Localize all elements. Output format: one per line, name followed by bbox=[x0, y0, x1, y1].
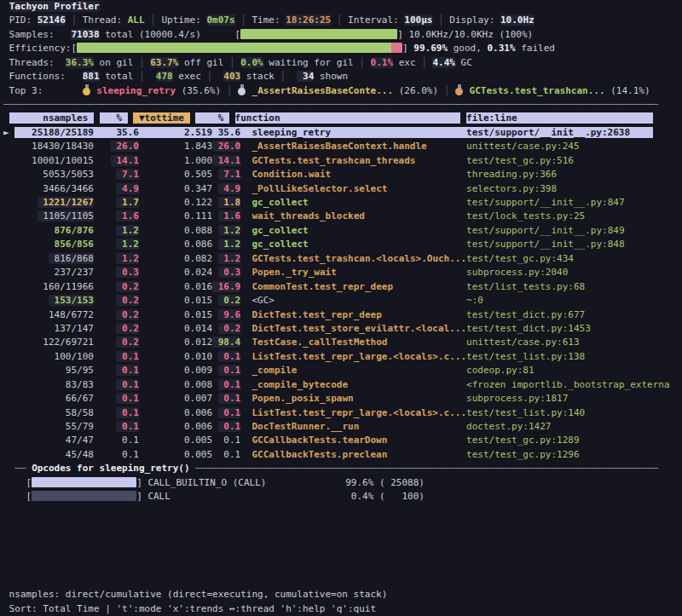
tottime-cell: 0.009 bbox=[139, 365, 212, 376]
tottime-cell: 0.082 bbox=[139, 253, 212, 264]
nsamples-cell: 55/79 bbox=[14, 421, 94, 432]
table-row[interactable]: 1221/1267 1.7 0.122 1.8 gc_collect test/… bbox=[3, 196, 625, 210]
silver-medal-icon bbox=[238, 84, 246, 95]
interval-label: Interval: bbox=[348, 14, 404, 26]
function-name-cell: wait_threads_blocked bbox=[251, 210, 466, 223]
table-row[interactable]: 100/100 0.1 0.010 0.1 ListTest.test_repr… bbox=[3, 350, 585, 364]
column-header-pct-cumulative[interactable]: % bbox=[195, 112, 229, 124]
thread-stat-label: waiting for gil bbox=[263, 57, 360, 68]
pct-cumulative-cell: 9.6 bbox=[218, 309, 241, 320]
separator-pipe: │ bbox=[66, 14, 83, 26]
column-header-tottime-sorted[interactable]: ▼tottime bbox=[133, 112, 189, 124]
pct-cumulative-cell: 1.6 bbox=[218, 210, 241, 222]
pct-cumulative-cell: 1.2 bbox=[218, 225, 241, 236]
efficiency-label: Efficiency: bbox=[3, 43, 71, 54]
table-row[interactable]: 160/11966 0.2 0.016 16.9 CommonTest.test… bbox=[3, 280, 585, 294]
bar-bracket: ] bbox=[402, 43, 413, 54]
pct-direct-cell: 0.1 bbox=[116, 393, 139, 404]
opcode-name: CALL bbox=[147, 491, 266, 502]
legend-text: nsamples: direct/cumulative (direct=exec… bbox=[3, 589, 387, 600]
table-row[interactable]: 856/856 1.2 0.086 1.2 gc_collect test/su… bbox=[3, 238, 625, 251]
table-row[interactable]: 66/67 0.1 0.007 0.1 Popen._posix_spawn s… bbox=[3, 392, 568, 406]
top3-function-pct: (26.0%) bbox=[393, 85, 438, 96]
table-row[interactable]: 148/6772 0.2 0.015 9.6 DictTest.test_rep… bbox=[3, 308, 585, 322]
nsamples-cell: 137/147 bbox=[14, 323, 94, 334]
pct-cumulative-cell: 7.1 bbox=[218, 169, 241, 180]
table-row[interactable]: 95/95 0.1 0.009 0.1 _compile codeop.py:8… bbox=[3, 364, 535, 377]
nsamples-cell: 876/876 bbox=[14, 225, 94, 236]
pid-label: PID: bbox=[9, 14, 38, 26]
pct-direct-cell: 0.3 bbox=[116, 267, 139, 278]
table-row[interactable]: 83/83 0.1 0.008 0.1 _compile_bytecode <f… bbox=[3, 378, 670, 392]
table-row[interactable]: 1105/1105 1.6 0.111 1.6 wait_threads_blo… bbox=[3, 210, 585, 223]
table-row[interactable]: 58/58 0.1 0.006 0.1 ListTest.test_repr_l… bbox=[3, 406, 585, 420]
nsamples-cell: 1105/1105 bbox=[38, 210, 94, 222]
tottime-cell: 0.008 bbox=[139, 379, 212, 390]
file-line-cell: selectors.py:398 bbox=[466, 183, 557, 194]
file-line-cell: test/test_list.py:140 bbox=[466, 407, 585, 418]
function-name-cell: gc_collect bbox=[251, 224, 466, 238]
table-row[interactable]: 47/47 0.1 0.005 0.1 GCCallbackTests.tear… bbox=[3, 434, 580, 447]
selected-row-text[interactable]: 25188/25189 35.6 2.519 35.6 sleeping_ret… bbox=[14, 127, 652, 138]
uptime-value: 0m07s bbox=[206, 14, 234, 26]
opcode-name: CALL_BUILTIN_O (CALL) bbox=[147, 477, 266, 488]
pct-direct-cell: 4.9 bbox=[116, 183, 139, 194]
separator-pipe: │ bbox=[229, 57, 235, 68]
separator-pipe: │ bbox=[235, 14, 252, 26]
table-row[interactable]: 3466/3466 4.9 0.347 4.9 _PollLikeSelecto… bbox=[3, 182, 557, 196]
pct-direct-cell: 0.1 bbox=[116, 421, 139, 432]
top3-function-pct: (14.1%) bbox=[605, 85, 650, 96]
table-row[interactable]: 5053/5053 7.1 0.505 7.1 Condition.wait t… bbox=[3, 168, 557, 181]
table-row[interactable]: 816/868 1.2 0.082 1.2 GCTests.test_trash… bbox=[3, 252, 574, 266]
tottime-cell: 0.347 bbox=[139, 183, 212, 194]
table-row-selected[interactable]: ► 25188/25189 35.6 2.519 35.6 sleeping_r… bbox=[3, 126, 653, 140]
function-stat-value: 478 bbox=[156, 71, 173, 82]
table-header[interactable]: nsamples % ▼tottime % function file:line bbox=[3, 112, 653, 125]
table-row[interactable]: 45/48 0.1 0.005 0.1 GCCallbackTests.prec… bbox=[3, 448, 580, 462]
top3-function-pct: (35.6%) bbox=[176, 85, 221, 96]
tottime-cell: 0.007 bbox=[139, 393, 212, 404]
table-row[interactable]: 55/79 0.1 0.006 0.1 DocTestRunner.__run … bbox=[3, 420, 551, 434]
pct-cumulative-cell: 0.1 bbox=[218, 407, 241, 418]
tottime-cell: 0.122 bbox=[139, 197, 212, 208]
opcode-bar bbox=[32, 491, 136, 501]
table-row[interactable]: 137/147 0.2 0.014 0.2 DictTest.test_stor… bbox=[3, 322, 591, 336]
keyboard-hints: Sort: Total Time | 't':mode 'x':trends ↔… bbox=[3, 603, 376, 614]
nsamples-cell: 148/6772 bbox=[14, 309, 94, 320]
bar-bracket: [ bbox=[235, 29, 241, 40]
thread-stat-label: GC bbox=[455, 57, 472, 68]
pct-cumulative-cell: 0.1 bbox=[218, 421, 241, 432]
samples-khz: 10.0KHz/10.0KHz (100%) bbox=[408, 29, 533, 40]
column-header-file-line[interactable]: file:line bbox=[466, 112, 653, 124]
samples-total: 71038 bbox=[71, 29, 99, 40]
functions-label: Functions: bbox=[3, 71, 83, 82]
table-row[interactable]: 153/153 0.2 0.015 0.2 <GC> ~:0 bbox=[3, 294, 483, 308]
app-title-bar: Tachyon Profiler bbox=[3, 0, 100, 14]
table-row[interactable]: 237/237 0.3 0.024 0.3 Popen._try_wait su… bbox=[3, 266, 568, 279]
efficiency-failed-pct: 0.31% bbox=[487, 43, 515, 54]
pct-cumulative-cell: 0.1 bbox=[218, 379, 241, 390]
function-name-cell: ListTest.test_repr_large.<locals>.c... bbox=[251, 406, 466, 420]
pct-direct-cell: 0.2 bbox=[116, 323, 139, 334]
selection-arrow-icon: ► bbox=[3, 127, 14, 138]
column-header-pct-direct[interactable]: % bbox=[100, 112, 128, 124]
function-name-cell: gc_collect bbox=[251, 238, 466, 251]
efficiency-bar bbox=[77, 43, 402, 53]
nsamples-cell: 58/58 bbox=[14, 407, 94, 418]
nsamples-cell: 856/856 bbox=[14, 239, 94, 250]
column-header-nsamples[interactable]: nsamples bbox=[9, 112, 94, 124]
separator-pipe: │ bbox=[139, 57, 145, 68]
table-row[interactable]: 122/69721 0.2 0.012 98.4 TestCase._callT… bbox=[3, 336, 580, 349]
nsamples-cell: 83/83 bbox=[14, 379, 94, 390]
samples-row: Samples: 71038 total (10000.4/s) [] 10.0… bbox=[3, 28, 533, 42]
file-line-cell: test/support/__init__.py:849 bbox=[466, 225, 624, 236]
table-row[interactable]: 876/876 1.2 0.088 1.2 gc_collect test/su… bbox=[3, 224, 625, 238]
table-row[interactable]: 10001/10015 14.1 1.000 14.1 GCTests.test… bbox=[3, 154, 574, 168]
column-header-function[interactable]: function bbox=[235, 112, 461, 124]
function-name-cell: _compile_bytecode bbox=[251, 378, 466, 392]
table-row[interactable]: 18430/18430 26.0 1.843 26.0 _AssertRaise… bbox=[3, 140, 580, 153]
separator-pipe: │ bbox=[432, 14, 449, 26]
function-name-cell: Popen._posix_spawn bbox=[251, 392, 466, 406]
tottime-cell: 0.012 bbox=[139, 337, 212, 348]
file-line-cell: test/support/__init__.py:847 bbox=[466, 197, 624, 208]
